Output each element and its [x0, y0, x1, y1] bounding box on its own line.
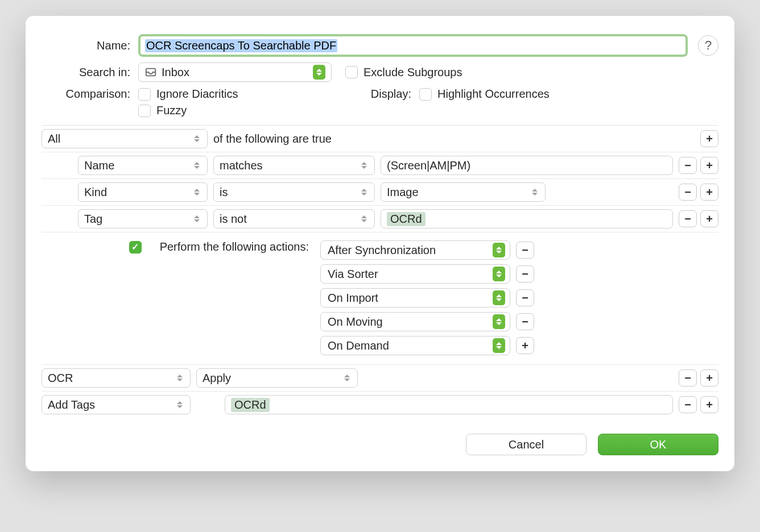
rule-operator-value: is not [220, 213, 247, 226]
search-in-value: Inbox [162, 66, 313, 79]
trigger-list: After Synchronization − Via Sorter − On … [320, 240, 534, 355]
chevron-updown-icon [192, 132, 201, 145]
rule-field-select[interactable]: Name [78, 156, 208, 175]
rule-field-select[interactable]: Kind [78, 182, 208, 202]
rule-remove-button[interactable]: − [679, 184, 697, 201]
chevron-updown-icon [192, 186, 201, 198]
rule-field-value: Tag [84, 213, 102, 226]
rule-root-row: All of the following are true + [42, 126, 718, 152]
actions-block: Perform the following actions: After Syn… [42, 232, 718, 365]
ok-button[interactable]: OK [598, 434, 718, 455]
action-value: Add Tags [48, 398, 95, 412]
rule-add-button[interactable]: + [700, 184, 718, 201]
rule-value-input[interactable]: (Screen|AM|PM) [381, 156, 673, 175]
fuzzy-checkbox[interactable] [138, 105, 151, 117]
trigger-row: On Demand + [320, 336, 534, 355]
action-tag-input[interactable]: OCRd [225, 395, 673, 414]
chevron-updown-icon [175, 398, 184, 411]
help-icon: ? [705, 38, 712, 53]
trigger-remove-button[interactable]: − [516, 242, 534, 259]
stepper-icon [493, 243, 505, 257]
exclude-subgroups-checkbox[interactable] [345, 66, 358, 78]
rule-root-add-button[interactable]: + [700, 130, 718, 147]
trigger-row: After Synchronization − [320, 240, 534, 260]
rule-field-value: Name [84, 159, 114, 172]
stepper-icon [313, 65, 325, 80]
ignore-diacritics-label: Ignore Diacritics [156, 88, 238, 101]
stepper-icon [493, 290, 505, 305]
trigger-select[interactable]: Via Sorter [320, 264, 510, 284]
action-value-chip: OCRd [231, 398, 270, 412]
rules-section: All of the following are true + Name mat… [42, 125, 718, 418]
search-in-select[interactable]: Inbox [138, 63, 332, 82]
trigger-add-button[interactable]: + [516, 337, 534, 354]
action-select[interactable]: OCR [42, 368, 191, 388]
trigger-select[interactable]: After Synchronization [320, 240, 510, 260]
rule-value-text: (Screen|AM|PM) [387, 159, 470, 172]
step-remove-button[interactable]: − [679, 396, 697, 413]
chevron-updown-icon [360, 213, 369, 225]
rule-remove-button[interactable]: − [679, 157, 697, 174]
rule-operator-select[interactable]: is not [213, 209, 375, 228]
step-add-button[interactable]: + [700, 396, 718, 413]
chevron-updown-icon [192, 213, 201, 225]
trigger-row: On Moving − [320, 312, 534, 331]
search-in-label: Search in: [42, 66, 138, 79]
help-button[interactable]: ? [698, 35, 718, 56]
action-param-value: Apply [203, 372, 231, 385]
rule-value-select[interactable]: Image [381, 182, 546, 202]
rule-operator-select[interactable]: is [213, 182, 375, 202]
rule-field-select[interactable]: Tag [78, 209, 208, 228]
name-input[interactable]: OCR Screencaps To Searchable PDF [138, 34, 688, 57]
rule-row: Name matches (Screen|AM|PM) − + [42, 152, 718, 179]
trigger-remove-button[interactable]: − [516, 313, 534, 330]
rule-field-value: Kind [84, 186, 107, 199]
action-param-select[interactable]: Apply [196, 368, 358, 388]
highlight-occurrences-label: Highlight Occurrences [437, 88, 550, 101]
trigger-value: After Synchronization [328, 244, 436, 257]
trigger-select[interactable]: On Import [320, 288, 510, 307]
stepper-icon [493, 338, 505, 353]
rule-add-button[interactable]: + [700, 157, 718, 174]
trigger-select[interactable]: On Demand [320, 336, 510, 355]
rule-root-scope-value: All [48, 132, 60, 146]
rule-root-suffix: of the following are true [213, 132, 332, 146]
cancel-button[interactable]: Cancel [466, 434, 586, 455]
search-in-row: Search in: Inbox Exclude Subgroups [42, 63, 718, 82]
trigger-remove-button[interactable]: − [516, 265, 534, 282]
ok-label: OK [650, 438, 667, 451]
step-add-button[interactable]: + [700, 369, 718, 386]
trigger-value: On Demand [328, 339, 389, 352]
highlight-occurrences-checkbox[interactable] [419, 88, 432, 101]
rule-root-scope-select[interactable]: All [42, 129, 208, 148]
rule-add-button[interactable]: + [700, 210, 718, 227]
trigger-row: On Import − [320, 288, 534, 307]
perform-actions-label: Perform the following actions: [160, 240, 309, 253]
fuzzy-label: Fuzzy [156, 104, 187, 117]
exclude-subgroups-label: Exclude Subgroups [364, 66, 462, 79]
action-step-row: OCR Apply − + [42, 365, 718, 392]
chevron-updown-icon [360, 159, 369, 172]
smart-rule-dialog: Name: OCR Screencaps To Searchable PDF ?… [26, 16, 734, 471]
rule-operator-select[interactable]: matches [213, 156, 375, 175]
step-remove-button[interactable]: − [679, 369, 697, 386]
trigger-select[interactable]: On Moving [320, 312, 510, 331]
rule-row: Tag is not OCRd − + [42, 206, 718, 232]
chevron-updown-icon [530, 186, 539, 198]
chevron-updown-icon [192, 159, 201, 172]
chevron-updown-icon [342, 372, 352, 384]
rule-value-chip: OCRd [387, 212, 426, 226]
cancel-label: Cancel [509, 438, 544, 451]
rule-row: Kind is Image − + [42, 179, 718, 206]
perform-actions-checkbox[interactable] [129, 241, 142, 253]
action-select[interactable]: Add Tags [42, 395, 191, 414]
inbox-icon [144, 66, 157, 78]
action-value: OCR [48, 372, 73, 385]
rule-operator-value: matches [220, 159, 263, 172]
rule-tag-input[interactable]: OCRd [381, 209, 673, 228]
rule-remove-button[interactable]: − [679, 210, 697, 227]
ignore-diacritics-checkbox[interactable] [138, 88, 151, 101]
trigger-value: On Moving [328, 315, 383, 329]
comparison-row: Comparison: Ignore Diacritics Fuzzy Disp… [42, 88, 718, 117]
trigger-remove-button[interactable]: − [516, 289, 534, 306]
